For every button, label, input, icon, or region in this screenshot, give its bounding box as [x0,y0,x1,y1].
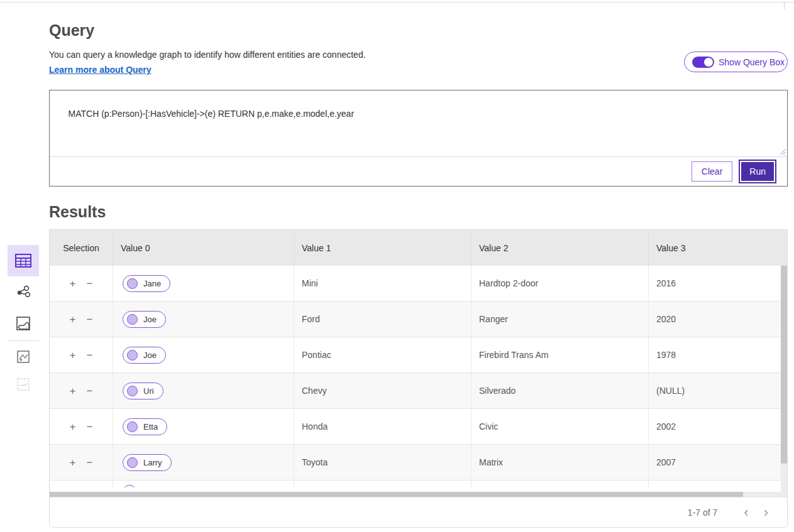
value1-cell: Ford [294,301,471,337]
entity-name: Uri [143,386,154,396]
query-box: MATCH (p:Person)-[:HasVehicle]->(e) RETU… [49,90,788,187]
new-map-icon[interactable] [8,371,39,398]
value2-cell: Hardtop 2-door [471,266,649,301]
results-title: Results [49,203,106,221]
add-to-selection-button[interactable]: + [69,277,77,290]
table-row-partial [50,480,787,487]
value1-cell: Pontiac [294,337,471,372]
clear-button[interactable]: Clear [692,161,732,182]
entity-node-icon [127,314,138,325]
previous-page-icon[interactable]: ‹ [736,506,756,519]
column-header-selection: Selection [50,230,113,266]
remove-from-selection-button[interactable]: − [85,384,94,398]
next-page-icon[interactable]: › [756,506,776,519]
add-to-selection-button[interactable]: + [69,384,77,398]
toggle-switch-icon[interactable] [692,57,714,68]
toggle-knob [703,57,714,67]
results-table: Selection Value 0 Value 1 Value 2 Value … [49,229,788,528]
table-body: + − Jane Mini Hardtop 2-door 2016 + − [50,266,787,487]
value3-cell: (NULL) [649,373,787,408]
remove-from-selection-button[interactable]: − [85,313,94,326]
value2-cell: Firebird Trans Am [471,337,649,372]
table-row: + − Joe Pontiac Firebird Trans Am 1978 [50,337,787,373]
show-query-box-toggle[interactable]: Show Query Box [684,52,788,72]
column-header-value1: Value 1 [294,230,471,266]
value1-cell: Chevy [294,373,471,408]
view-toolbar [8,245,39,398]
remove-from-selection-button[interactable]: − [85,420,94,433]
panel-edge-divider [784,2,785,9]
column-header-value0: Value 0 [113,230,294,266]
table-row: + − Etta Honda Civic 2002 [50,409,787,445]
value1-cell: Toyota [294,445,471,480]
add-to-selection-button[interactable]: + [69,313,77,326]
entity-node-icon [127,350,138,361]
value2-cell: Matrix [471,445,649,480]
table-row: + − Jane Mini Hardtop 2-door 2016 [50,266,787,301]
vertical-scrollbar[interactable] [781,266,787,492]
query-input[interactable]: MATCH (p:Person)-[:HasVehicle]->(e) RETU… [50,90,787,156]
add-to-selection-button[interactable]: + [69,420,77,433]
table-view-icon[interactable] [8,245,39,276]
column-header-value3: Value 3 [649,230,787,266]
value3-cell: 2007 [649,445,787,480]
entity-name: Joe [143,350,157,360]
entity-node-icon [127,278,138,289]
table-row: + − Uri Chevy Silverado (NULL) [50,373,787,409]
link-chart-view-icon[interactable] [8,276,39,308]
toggle-label: Show Query Box [719,57,785,67]
add-to-selection-button[interactable]: + [69,456,77,469]
entity-name: Joe [143,315,157,324]
remove-from-selection-button[interactable]: − [85,349,94,362]
entity-chip[interactable]: Jane [123,275,170,292]
view-toolbar-divider [8,340,39,341]
entity-chip[interactable]: Etta [123,418,167,435]
pagination-range-label: 1-7 of 7 [688,508,717,518]
remove-from-selection-button[interactable]: − [85,456,94,469]
entity-chip[interactable]: Uri [123,383,163,399]
column-header-value2: Value 2 [471,230,649,266]
entity-name: Jane [143,279,161,288]
entity-chip[interactable]: Joe [123,347,166,364]
learn-more-link[interactable]: Learn more about Query [49,65,152,75]
table-footer: 1-7 of 7 ‹ › [50,497,787,527]
map-view-icon[interactable] [8,308,39,339]
query-button-bar: Clear Run [50,156,787,186]
value1-cell: Honda [294,409,471,444]
query-text: MATCH (p:Person)-[:HasVehicle]->(e) RETU… [69,109,355,119]
table-row: + − Joe Ford Ranger 2020 [50,301,787,337]
entity-node-icon [127,457,138,468]
table-header-row: Selection Value 0 Value 1 Value 2 Value … [50,230,787,266]
vertical-scrollbar-thumb[interactable] [781,266,787,464]
run-button[interactable]: Run [740,161,775,182]
resize-handle-icon[interactable] [778,148,786,155]
value3-cell: 1978 [649,337,787,372]
entity-chip[interactable]: Joe [123,311,166,328]
page-title: Query [49,21,94,40]
entity-chip[interactable] [123,485,136,487]
value3-cell: 2002 [649,409,787,444]
new-link-chart-icon[interactable] [8,343,39,371]
page-description: You can query a knowledge graph to ident… [49,50,366,60]
value3-cell: 2016 [649,266,787,301]
entity-node-icon [127,421,138,432]
table-row: + − Larry Toyota Matrix 2007 [50,445,787,480]
entity-name: Etta [143,422,158,432]
add-to-selection-button[interactable]: + [69,349,77,362]
value2-cell: Civic [471,409,649,444]
value3-cell: 2020 [649,301,787,337]
value2-cell: Silverado [471,373,649,408]
top-divider [0,2,794,3]
value1-cell: Mini [294,266,471,301]
value2-cell: Ranger [471,301,649,337]
remove-from-selection-button[interactable]: − [85,277,94,290]
entity-node-icon [127,386,138,396]
entity-name: Larry [143,458,162,467]
entity-chip[interactable]: Larry [123,454,172,471]
